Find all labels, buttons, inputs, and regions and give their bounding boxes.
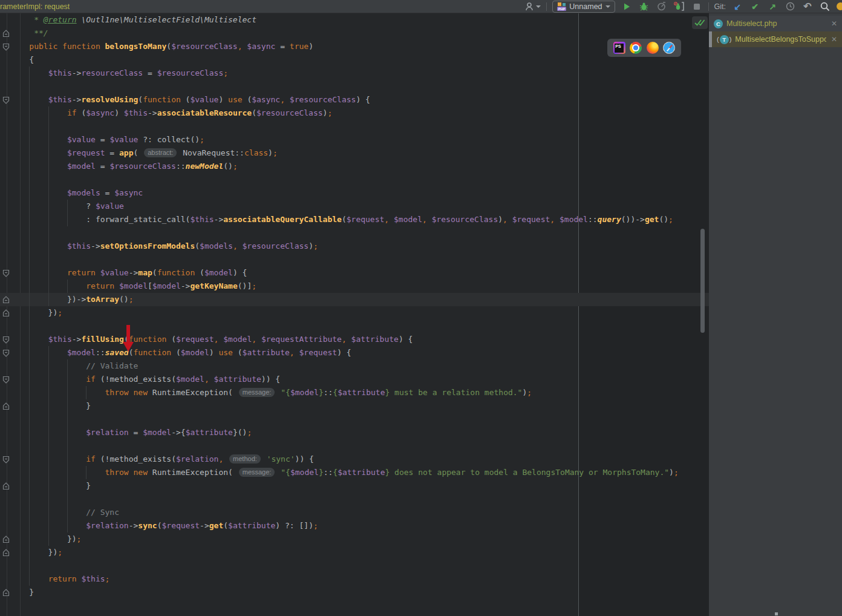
code-line[interactable]: * @return \Outl1ne\MultiselectField\Mult…	[0, 13, 709, 27]
code-line[interactable]: }	[0, 399, 709, 413]
fold-end-icon[interactable]	[2, 588, 10, 596]
fold-start-icon[interactable]	[2, 349, 10, 356]
code-line[interactable]	[0, 319, 709, 333]
code-line[interactable]: : forward_static_call($this->associatabl…	[0, 213, 709, 226]
fold-end-icon[interactable]	[2, 548, 10, 556]
tab-filename: Multiselect.php	[726, 19, 826, 28]
close-icon[interactable]: ✕	[830, 35, 838, 44]
run-button[interactable]	[621, 1, 633, 13]
fold-end-icon[interactable]	[2, 535, 10, 543]
code-line[interactable]	[0, 559, 709, 572]
fold-end-icon[interactable]	[2, 295, 10, 303]
fold-start-icon[interactable]	[2, 42, 10, 50]
fold-start-icon[interactable]	[2, 269, 10, 277]
chevron-down-icon	[605, 5, 610, 8]
fold-start-icon[interactable]	[2, 335, 10, 343]
inspection-status-widget[interactable]	[692, 16, 708, 29]
code-line[interactable]: $this->setOptionsFromModels($models, $re…	[0, 240, 709, 253]
chrome-icon[interactable]	[630, 42, 642, 54]
code-line[interactable]: // Validate	[0, 359, 709, 373]
notification-icon[interactable]	[837, 2, 842, 10]
code-line[interactable]	[0, 439, 709, 453]
history-button[interactable]	[784, 1, 796, 13]
fold-end-icon[interactable]	[2, 309, 10, 316]
fold-end-icon[interactable]	[2, 482, 10, 490]
fold-end-icon[interactable]	[2, 402, 10, 410]
code-line[interactable]: if (!method_exists($relation, method: 's…	[0, 453, 709, 466]
chevron-down-icon	[536, 5, 541, 8]
code-line[interactable]: ? $value	[0, 200, 709, 213]
fold-start-icon[interactable]	[2, 375, 10, 383]
code-line[interactable]: })->toArray();	[0, 293, 709, 306]
code-line[interactable]: $relation->sync($request->get($attribute…	[0, 519, 709, 532]
safari-icon[interactable]	[663, 42, 675, 54]
phpstorm-label: PS	[615, 44, 621, 50]
code-line[interactable]	[0, 413, 709, 426]
code-line[interactable]: return $value->map(function ($model) {	[0, 266, 709, 280]
top-toolbar: rameterImpl: request PHP Unnamed	[0, 0, 842, 13]
code-line[interactable]: public function belongsToMany($resourceC…	[0, 40, 709, 53]
git-update-button[interactable]: ↙	[731, 1, 743, 13]
inlay-hint: method:	[229, 454, 261, 464]
code-line[interactable]: $this->resourceClass = $resourceClass;	[0, 67, 709, 80]
fold-end-icon[interactable]	[2, 29, 10, 37]
fold-start-icon[interactable]	[2, 455, 10, 463]
code-line[interactable]	[0, 173, 709, 186]
phpstorm-icon[interactable]: PS	[613, 42, 625, 54]
git-commit-button[interactable]: ✔	[749, 1, 761, 13]
code-line[interactable]: return $this;	[0, 572, 709, 586]
breadcrumb[interactable]: rameterImpl: request	[0, 2, 70, 11]
code-line[interactable]: throw new RuntimeException( message: "{$…	[0, 466, 709, 479]
git-push-button[interactable]: ↗	[766, 1, 778, 13]
code-line[interactable]: **/	[0, 27, 709, 40]
code-line[interactable]: throw new RuntimeException( message: "{$…	[0, 386, 709, 399]
code-line[interactable]	[0, 226, 709, 240]
code-line[interactable]: $model::saved(function ($model) use ($at…	[0, 346, 709, 359]
code-line[interactable]: {	[0, 53, 709, 67]
editor-tab-1[interactable]: CMultiselect.php✕	[709, 16, 842, 31]
toolbar-actions: PHP Unnamed	[525, 0, 842, 13]
selected-tab-indicator	[709, 31, 712, 47]
scrollbar-thumb[interactable]	[700, 229, 705, 333]
fold-start-icon[interactable]	[2, 96, 10, 103]
code-line[interactable]: });	[0, 306, 709, 319]
code-line[interactable]: });	[0, 546, 709, 559]
inlay-hint: abstract:	[144, 148, 177, 157]
svg-text:PHP: PHP	[558, 7, 566, 11]
attach-debugger-button[interactable]	[673, 1, 685, 13]
search-everywhere-button[interactable]	[819, 1, 831, 13]
stop-button[interactable]	[691, 1, 703, 13]
code-line[interactable]: return $model[$model->getKeyName()];	[0, 280, 709, 293]
firefox-icon[interactable]	[647, 42, 659, 54]
code-line[interactable]: }	[0, 479, 709, 493]
code-line[interactable]: if (!method_exists($model, $attribute)) …	[0, 373, 709, 386]
code-line[interactable]: $request = app( abstract: NovaRequest::c…	[0, 146, 709, 160]
code-line[interactable]: $this->fillUsing(function ($request, $mo…	[0, 333, 709, 346]
code-line[interactable]	[0, 493, 709, 506]
code-line[interactable]: $value = $value ?: collect();	[0, 133, 709, 146]
code-line[interactable]: $model = $resourceClass::newModel();	[0, 160, 709, 173]
code-line[interactable]: // Sync	[0, 506, 709, 519]
editor-tab-2[interactable]: (T)MultiselectBelongsToSupport.php✕	[709, 31, 842, 47]
code-line[interactable]: }	[0, 586, 709, 599]
code-line[interactable]	[0, 80, 709, 93]
undo-button[interactable]: ↶	[801, 1, 814, 13]
person-icon	[525, 2, 536, 11]
code-line[interactable]: });	[0, 532, 709, 546]
code-line[interactable]: $relation = $model->{$attribute}();	[0, 426, 709, 439]
code-line[interactable]: $this->resolveUsing(function ($value) us…	[0, 93, 709, 106]
play-icon	[622, 2, 631, 11]
code-line[interactable]: $models = $async	[0, 186, 709, 200]
browser-preview-popup: PS	[607, 39, 681, 57]
profiler-button[interactable]	[656, 1, 668, 13]
code-line[interactable]	[0, 120, 709, 133]
code-line[interactable]: if ($async) $this->associatableResource(…	[0, 106, 709, 120]
profile-button[interactable]	[525, 1, 541, 13]
php-class-icon: C	[714, 19, 723, 28]
close-icon[interactable]: ✕	[830, 19, 838, 28]
code-line[interactable]	[0, 253, 709, 266]
run-config-selector[interactable]: PHP Unnamed	[552, 1, 615, 13]
arrow-up-right-icon: ↗	[769, 2, 776, 11]
debug-button[interactable]	[638, 1, 650, 13]
toolbar-separator	[546, 2, 547, 11]
